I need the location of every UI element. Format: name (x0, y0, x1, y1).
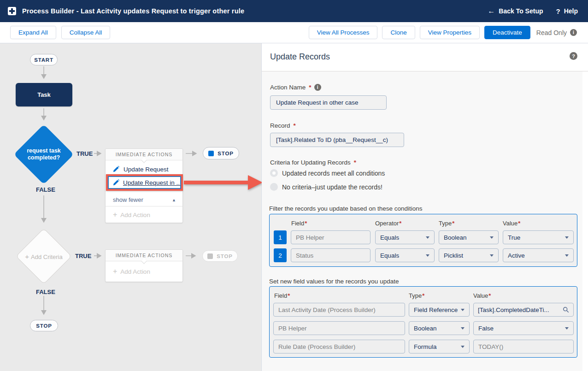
immediate-actions-box-2: IMMEDIATE ACTIONS + Add Action (105, 249, 183, 282)
set-row3-field[interactable]: Rule Date (Process Builder) (273, 340, 405, 353)
panel-title: Update Records (270, 52, 330, 62)
read-only-info-icon[interactable]: i (570, 29, 577, 36)
filter-header-operator: Operator (375, 220, 401, 227)
required-asterisk (309, 84, 311, 91)
filter-row2-field[interactable]: Status (291, 248, 370, 262)
action-name-label-row: Action Name i (270, 84, 321, 91)
record-field[interactable]: [Task].Related To ID (pba__Request__c) (270, 133, 404, 147)
set-row2-value-dropdown[interactable]: False (473, 321, 574, 335)
plus-icon: + (113, 267, 117, 276)
set-header-type: Type (409, 292, 424, 299)
pencil-icon (113, 179, 119, 186)
set-row2-field[interactable]: PB Helper (273, 321, 405, 335)
stop-square-icon (208, 151, 214, 156)
filter-section-label: Filter the records you update based on t… (269, 205, 422, 212)
trigger-node-task[interactable]: Task (16, 83, 72, 106)
filter-row1-field[interactable]: PB Helper (291, 230, 370, 244)
record-value: [Task].Related To ID (pba__Request__c) (276, 136, 388, 143)
immediate-actions-1-title: IMMEDIATE ACTIONS (116, 152, 173, 157)
add-action-button-2[interactable]: + Add Action (106, 261, 182, 282)
trigger-label: Task (37, 91, 51, 98)
view-all-processes-button[interactable]: View All Processes (309, 26, 378, 39)
collapse-all-button[interactable]: Collapse All (61, 26, 111, 39)
search-icon (563, 306, 569, 313)
stop-end-label: STOP (36, 323, 52, 329)
help-link[interactable]: ? Help (556, 7, 578, 15)
chevron-down-icon (490, 236, 494, 239)
required-asterisk (294, 122, 296, 129)
set-values-section-label: Set new field values for the records you… (269, 278, 399, 285)
filter-header-value: Value (503, 220, 520, 227)
filter-row-number: 2 (274, 248, 287, 262)
record-label: Record (270, 122, 290, 129)
title-bar: Process Builder - Last Acitvity updates … (0, 0, 588, 22)
set-header-field: Field (274, 292, 290, 299)
action-name-info-icon[interactable]: i (314, 84, 321, 91)
stop-node-end: STOP (30, 320, 58, 331)
set-row3-value[interactable]: TODAY() (473, 340, 574, 353)
radio-no-criteria[interactable] (270, 183, 278, 191)
chevron-down-icon (565, 254, 569, 257)
filter-row1-value-dropdown[interactable]: True (503, 230, 574, 244)
immediate-actions-2-title: IMMEDIATE ACTIONS (116, 253, 173, 258)
set-row2-type-dropdown[interactable]: Boolean (409, 321, 470, 335)
record-label-row: Record (270, 122, 296, 129)
immediate-actions-2-header: IMMEDIATE ACTIONS (106, 250, 182, 261)
action-name-field[interactable]: Update Request in other case (270, 95, 387, 110)
false-branch-2-label: FALSE (36, 289, 55, 295)
set-values-table: Field Type Value Last Activity Date (Pro… (269, 286, 577, 358)
add-action-1-label: Add Action (120, 212, 150, 218)
detail-panel: Update Records ? Action Name i Update Re… (262, 43, 588, 371)
read-only-label: Read Only (536, 29, 567, 36)
toolbar: Expand All Collapse All View All Process… (0, 22, 588, 43)
radio-conditions-met[interactable] (270, 169, 278, 177)
false-branch-1-label: FALSE (36, 186, 55, 193)
filter-header-field: Field (291, 220, 307, 227)
chevron-down-icon (461, 327, 465, 330)
panel-header: Update Records ? (262, 43, 588, 71)
panel-help-icon[interactable]: ? (570, 52, 577, 60)
clone-button[interactable]: Clone (382, 26, 415, 39)
back-to-setup-link[interactable]: ← Back To Setup (488, 7, 543, 15)
chevron-down-icon (426, 236, 429, 239)
filter-row1-operator-dropdown[interactable]: Equals (375, 230, 435, 244)
filter-row1-type-dropdown[interactable]: Boolean (439, 230, 499, 244)
set-row1-type-dropdown[interactable]: Field Reference (409, 303, 470, 317)
stop-1-label: STOP (218, 151, 233, 156)
show-fewer-label: show fewer (113, 196, 143, 203)
filter-row2-operator-dropdown[interactable]: Equals (375, 248, 435, 262)
start-node: START (30, 54, 58, 65)
filter-conditions-table: Field Operator Type Value 1 PB Helper Eq… (269, 214, 577, 267)
view-properties-button[interactable]: View Properties (420, 26, 480, 39)
filter-row2-value-dropdown[interactable]: Active (503, 248, 574, 262)
set-row3-type-dropdown[interactable]: Formula (409, 340, 470, 353)
annotation-arrow (184, 175, 262, 190)
immediate-actions-1-header: IMMEDIATE ACTIONS (106, 149, 182, 160)
page-title: Process Builder - Last Acitvity updates … (22, 7, 244, 15)
help-label: Help (564, 7, 578, 15)
action-name-label: Action Name (270, 84, 306, 91)
criteria-label: Criteria for Updating Records (270, 159, 351, 166)
deactivate-button[interactable]: Deactivate (484, 26, 530, 39)
stop-node-2: STOP (202, 250, 238, 262)
action-item-update-request-in-other-case[interactable]: Update Request in ... (108, 176, 181, 189)
add-action-button-1[interactable]: + Add Action (106, 206, 182, 223)
filter-row2-type-dropdown[interactable]: Picklist (439, 248, 499, 262)
chevron-down-icon (461, 346, 465, 348)
expand-all-button[interactable]: Expand All (10, 26, 56, 39)
chevron-up-icon: ▲ (172, 198, 176, 202)
question-mark-icon: ? (556, 7, 560, 15)
set-row1-value-lookup[interactable]: [Task].CompletedDateTi... (473, 303, 574, 317)
chevron-down-icon (490, 254, 494, 257)
criteria-label-row: Criteria for Updating Records (270, 159, 356, 166)
required-asterisk (354, 159, 356, 166)
process-builder-app: Process Builder - Last Acitvity updates … (0, 0, 588, 371)
set-row1-field[interactable]: Last Activity Date (Process Builder) (273, 303, 405, 317)
action-1-label: Update Request (123, 166, 169, 173)
back-arrow-icon: ← (488, 7, 495, 15)
stop-square-icon (207, 253, 213, 259)
show-fewer-toggle[interactable]: show fewer ▲ (106, 194, 182, 206)
annotation-highlight-box: Update Request in ... (106, 174, 183, 191)
true-branch-2-label: TRUE (75, 253, 91, 259)
radio-conditions-met-label: Updated records meet all conditions (282, 170, 385, 177)
